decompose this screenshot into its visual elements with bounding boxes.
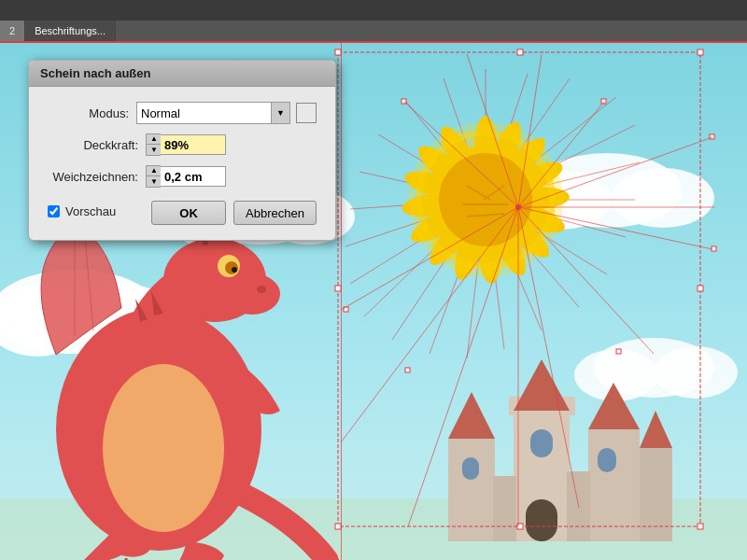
ok-button[interactable]: OK (151, 201, 226, 225)
svg-rect-88 (462, 457, 479, 480)
modus-select[interactable]: Normal (136, 102, 272, 124)
weichzeichnen-row: Weichzeichnen: ▲ ▼ (48, 165, 317, 188)
ruler-top (0, 0, 747, 21)
vorschau-label[interactable]: Vorschau (65, 204, 116, 218)
svg-point-70 (232, 267, 237, 273)
deckkraft-spinner[interactable]: ▲ ▼ (146, 133, 226, 156)
modus-control-group: Normal ▼ (136, 102, 317, 124)
svg-point-65 (103, 364, 224, 532)
tab-2[interactable]: 2 (0, 21, 25, 41)
weichzeichnen-control-group: ▲ ▼ (146, 165, 317, 188)
svg-marker-84 (588, 383, 640, 429)
tab-beschriftung[interactable]: Beschriftungs... (25, 21, 116, 41)
color-swatch[interactable] (296, 103, 317, 123)
vorschau-row: Vorschau (48, 204, 151, 218)
weichzeichnen-spinner[interactable]: ▲ ▼ (146, 165, 226, 188)
weichzeichnen-down-button[interactable]: ▼ (147, 176, 162, 187)
svg-marker-82 (448, 392, 495, 439)
svg-rect-91 (493, 476, 516, 541)
dialog-buttons: OK Abbrechen (151, 201, 317, 225)
svg-rect-90 (526, 499, 557, 541)
svg-marker-80 (514, 359, 570, 411)
weichzeichnen-input[interactable] (161, 166, 226, 187)
deckkraft-row: Deckkraft: ▲ ▼ (48, 133, 317, 156)
svg-rect-89 (598, 448, 616, 472)
svg-rect-92 (567, 471, 590, 541)
guide-line-horizontal (0, 41, 747, 43)
deckkraft-arrows[interactable]: ▲ ▼ (146, 133, 161, 156)
tab-bar: 2 Beschriftungs... (0, 21, 747, 41)
svg-point-55 (439, 153, 532, 246)
sun-svg (345, 69, 644, 368)
svg-rect-85 (640, 448, 672, 541)
svg-marker-86 (640, 411, 672, 448)
deckkraft-label: Deckkraft: (48, 138, 146, 152)
weichzeichnen-label: Weichzeichnen: (48, 170, 146, 184)
svg-rect-87 (530, 429, 553, 457)
dialog-title-bar: Schein nach außen (29, 61, 335, 87)
modus-select-arrow[interactable]: ▼ (272, 102, 290, 124)
cancel-button[interactable]: Abbrechen (233, 201, 317, 225)
deckkraft-down-button[interactable]: ▼ (147, 145, 162, 155)
castle-svg (411, 355, 672, 560)
modus-row: Modus: Normal ▼ (48, 102, 317, 124)
tab-2-label: 2 (9, 25, 15, 36)
svg-rect-83 (588, 429, 640, 541)
vorschau-checkbox[interactable] (48, 205, 60, 217)
bottom-row: Vorschau OK Abbrechen (48, 197, 317, 225)
ruler-inner (0, 0, 747, 21)
modus-select-wrapper[interactable]: Normal ▼ (136, 102, 290, 124)
svg-rect-81 (448, 439, 495, 541)
svg-point-71 (257, 286, 266, 293)
guide-line-vertical (341, 41, 342, 560)
dialog-title: Schein nach außen (40, 66, 150, 80)
weichzeichnen-arrows[interactable]: ▲ ▼ (146, 165, 161, 188)
deckkraft-up-button[interactable]: ▲ (147, 134, 162, 145)
deckkraft-input[interactable] (161, 134, 226, 155)
deckkraft-control-group: ▲ ▼ (146, 133, 317, 156)
weichzeichnen-up-button[interactable]: ▲ (147, 166, 162, 176)
modus-label: Modus: (48, 106, 136, 120)
tab-beschriftung-label: Beschriftungs... (35, 25, 106, 36)
dialog-body: Modus: Normal ▼ Deckkraft: (29, 87, 335, 240)
svg-point-67 (224, 273, 280, 315)
outer-glow-dialog: Schein nach außen Modus: Normal ▼ (28, 60, 336, 241)
